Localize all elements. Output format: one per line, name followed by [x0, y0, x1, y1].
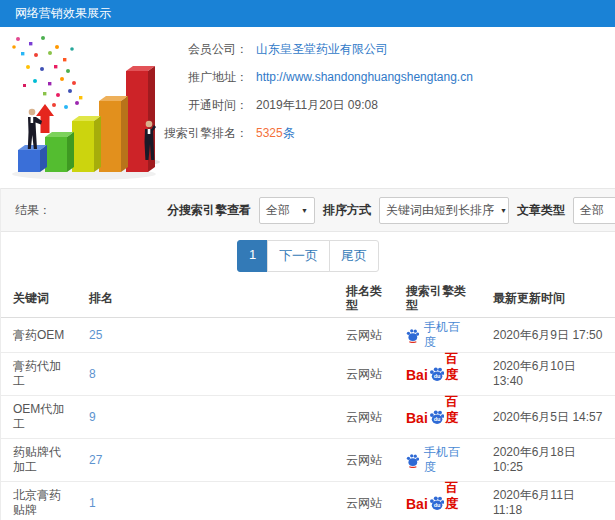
- rank-link[interactable]: 27: [89, 453, 102, 467]
- company-label: 会员公司：: [130, 41, 248, 58]
- table-row: 北京膏药贴牌 1 云网站 Bai du 百度 2020年6月11日 11:18: [1, 482, 615, 520]
- header-rank-type: 排名类型: [334, 279, 394, 318]
- open-time-value: 2019年11月20日 09:08: [256, 97, 378, 114]
- rank-link[interactable]: 1: [89, 496, 96, 510]
- results-table: 关键词 排名 排名类型 搜索引擎类型 最新更新时间 膏药OEM 25 云网站: [1, 279, 615, 520]
- confetti-dots: [12, 36, 82, 109]
- baidu-paw-icon: du: [429, 366, 445, 382]
- sort-label: 排序方式: [323, 202, 371, 219]
- baidu-paw-icon: du: [429, 409, 445, 425]
- baidu-paw-icon: du: [429, 495, 445, 511]
- mobile-baidu-logo: 手机百度: [406, 320, 469, 350]
- filters-bar: 结果： 分搜索引擎查看 全部 ▼ 排序方式 关键词由短到长排序 ▼ 文章类型 全…: [1, 188, 615, 232]
- info-field-url: 推广地址： http://www.shandonghuangshengtang.…: [130, 63, 473, 91]
- header-keyword: 关键词: [1, 279, 77, 318]
- rank-type-cell: 云网站: [334, 439, 394, 482]
- result-label: 结果：: [15, 202, 51, 219]
- engine-filter-value: 全部: [266, 202, 290, 219]
- rank-link[interactable]: 9: [89, 410, 96, 424]
- baidu-logo: Bai du 百度: [406, 408, 469, 426]
- promo-url-label: 推广地址：: [130, 69, 248, 86]
- baidu-paw-icon: [406, 328, 419, 343]
- baidu-logo-bai: Bai: [406, 367, 428, 383]
- caret-down-icon: ▼: [301, 207, 308, 214]
- info-field-company: 会员公司： 山东皇圣堂药业有限公司: [130, 35, 473, 63]
- mobile-baidu-label: 手机百度: [424, 320, 469, 350]
- table-row: OEM代加工 9 云网站 Bai du 百度 2020年6月5日 14:57: [1, 396, 615, 439]
- mobile-baidu-label: 手机百度: [424, 445, 469, 475]
- table-row: 膏药代加工 8 云网站 Bai du 百度 2020年6月10日 13:40: [1, 353, 615, 396]
- updated-cell: 2020年6月9日 17:50: [481, 318, 615, 353]
- info-field-open-time: 开通时间： 2019年11月20日 09:08: [130, 91, 473, 119]
- article-type-label: 文章类型: [517, 202, 565, 219]
- open-time-label: 开通时间：: [130, 97, 248, 114]
- page-title: 网络营销效果展示: [15, 6, 111, 20]
- article-type-select[interactable]: 全部 ▼: [573, 197, 615, 224]
- engine-filter-select[interactable]: 全部 ▼: [259, 197, 315, 224]
- bar-green: [45, 132, 74, 172]
- info-fields: 会员公司： 山东皇圣堂药业有限公司 推广地址： http://www.shand…: [130, 35, 473, 147]
- engine-filter-label: 分搜索引擎查看: [167, 202, 251, 219]
- rank-count-value: 5325: [256, 126, 283, 140]
- rank-type-cell: 云网站: [334, 396, 394, 439]
- rank-link[interactable]: 25: [89, 328, 102, 342]
- keyword-cell: 药贴牌代加工: [1, 439, 77, 482]
- up-arrow-icon: [36, 104, 54, 133]
- baidu-logo-bai: Bai: [406, 496, 428, 512]
- next-page-button[interactable]: 下一页: [267, 240, 330, 272]
- page-1-button[interactable]: 1: [237, 240, 268, 272]
- pagination-zone: 1 下一页 尾页: [1, 232, 615, 279]
- baidu-logo-cn: 百度: [445, 480, 469, 512]
- updated-cell: 2020年6月11日 11:18: [481, 482, 615, 520]
- updated-cell: 2020年6月18日 10:25: [481, 439, 615, 482]
- baidu-logo-du: du: [434, 373, 441, 379]
- caret-down-icon: ▼: [500, 207, 507, 214]
- baidu-logo-cn: 百度: [445, 351, 469, 383]
- rank-count-label: 搜索引擎排名：: [130, 125, 248, 142]
- baidu-logo-bai: Bai: [406, 410, 428, 426]
- baidu-logo-cn: 百度: [445, 394, 469, 426]
- pagination: 1 下一页 尾页: [237, 240, 379, 272]
- bar-orange: [99, 96, 128, 172]
- rank-count-unit[interactable]: 条: [283, 126, 295, 140]
- keyword-cell: OEM代加工: [1, 396, 77, 439]
- page-header: 网络营销效果展示: [0, 0, 615, 27]
- mobile-baidu-logo: 手机百度: [406, 445, 469, 475]
- header-rank: 排名: [77, 279, 334, 318]
- baidu-logo: Bai du 百度: [406, 365, 469, 383]
- last-page-button[interactable]: 尾页: [329, 240, 379, 272]
- rank-link[interactable]: 8: [89, 367, 96, 381]
- info-section: 会员公司： 山东皇圣堂药业有限公司 推广地址： http://www.shand…: [0, 27, 615, 188]
- baidu-logo-du: du: [434, 416, 441, 422]
- rank-type-cell: 云网站: [334, 318, 394, 353]
- baidu-paw-icon: [406, 453, 419, 468]
- updated-cell: 2020年6月5日 14:57: [481, 396, 615, 439]
- sort-value: 关键词由短到长排序: [386, 202, 494, 219]
- baidu-logo: Bai du 百度: [406, 494, 469, 512]
- keyword-cell: 膏药OEM: [1, 318, 77, 353]
- header-updated: 最新更新时间: [481, 279, 615, 318]
- info-field-rank-count: 搜索引擎排名： 5325条: [130, 119, 473, 147]
- rank-type-cell: 云网站: [334, 353, 394, 396]
- filter-controls: 分搜索引擎查看 全部 ▼ 排序方式 关键词由短到长排序 ▼ 文章类型 全部 ▼ …: [163, 196, 615, 224]
- company-link[interactable]: 山东皇圣堂药业有限公司: [256, 41, 388, 58]
- bar-yellow: [72, 116, 101, 172]
- table-header-row: 关键词 排名 排名类型 搜索引擎类型 最新更新时间: [1, 279, 615, 318]
- promo-url-link[interactable]: http://www.shandonghuangshengtang.cn: [256, 70, 473, 84]
- results-panel: 结果： 分搜索引擎查看 全部 ▼ 排序方式 关键词由短到长排序 ▼ 文章类型 全…: [0, 188, 615, 520]
- table-row: 药贴牌代加工 27 云网站 手机百度 2020年6月18日 10:25: [1, 439, 615, 482]
- bar-blue: [18, 145, 47, 172]
- table-row: 膏药OEM 25 云网站 手机百度 2020年6月9日 17:50: [1, 318, 615, 353]
- updated-cell: 2020年6月10日 13:40: [481, 353, 615, 396]
- article-type-value: 全部: [580, 202, 604, 219]
- sort-select[interactable]: 关键词由短到长排序 ▼: [379, 197, 509, 224]
- baidu-logo-du: du: [434, 502, 441, 508]
- keyword-cell: 膏药代加工: [1, 353, 77, 396]
- rank-type-cell: 云网站: [334, 482, 394, 520]
- keyword-cell: 北京膏药贴牌: [1, 482, 77, 520]
- header-engine-type: 搜索引擎类型: [394, 279, 481, 318]
